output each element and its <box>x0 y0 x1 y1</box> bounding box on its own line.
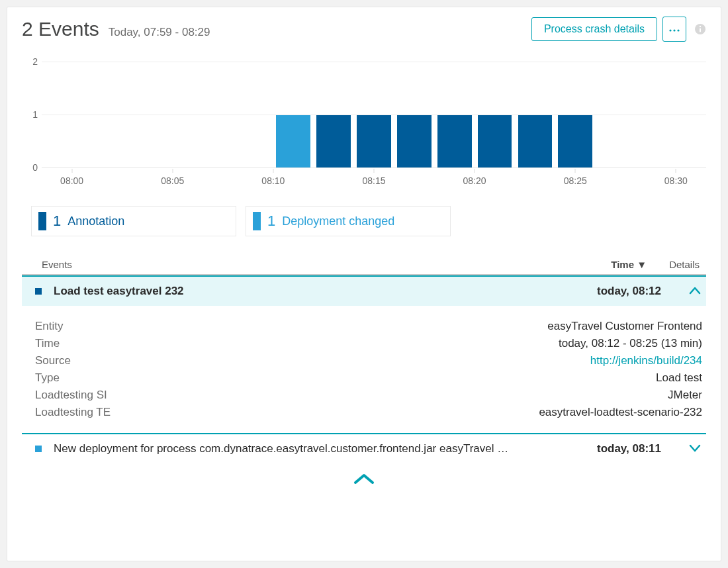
event-name: Load test easytravel 232 <box>54 285 555 298</box>
legend-label: Annotation <box>68 214 124 228</box>
event-row[interactable]: New deployment for process com.dynatrace… <box>22 434 706 463</box>
x-tick-label: 08:25 <box>564 175 587 186</box>
chart-bar <box>316 115 351 167</box>
y-tick-label: 2 <box>32 56 38 67</box>
x-tick-label: 08:30 <box>664 175 688 186</box>
events-table-header: Events Time ▼ Details <box>22 256 706 275</box>
event-type-swatch <box>35 446 42 452</box>
legend-count: 1 <box>53 213 61 230</box>
svg-point-5 <box>700 26 701 27</box>
detail-value: today, 08:12 - 08:25 (13 min) <box>559 337 702 350</box>
x-tick-label: 08:05 <box>161 175 184 186</box>
legend-item[interactable]: 1Deployment changed <box>246 206 451 236</box>
chevron-up-icon[interactable] <box>661 285 701 298</box>
svg-point-1 <box>673 29 675 31</box>
svg-point-0 <box>669 29 671 31</box>
chart-bar <box>437 115 472 167</box>
chart-bar <box>478 115 512 167</box>
more-actions-button[interactable] <box>662 17 686 42</box>
dots-icon <box>668 23 680 35</box>
legend-swatch <box>38 212 46 230</box>
detail-value: easytravel-loadtest-scenario-232 <box>539 406 702 419</box>
event-type-swatch <box>35 288 42 295</box>
x-tick-label: 08:15 <box>362 175 385 186</box>
detail-value: Load test <box>656 371 702 385</box>
column-details: Details <box>647 259 702 270</box>
info-icon <box>694 23 706 35</box>
chart-bar <box>357 115 391 167</box>
process-crash-details-button[interactable]: Process crash details <box>531 17 657 41</box>
detail-link[interactable]: http://jenkins/build/234 <box>590 354 702 367</box>
event-name: New deployment for process com.dynatrace… <box>54 442 555 455</box>
events-chart: 012 08:0008:0508:1008:1508:2008:2508:30 <box>22 60 706 199</box>
detail-value: easyTravel Customer Frontend <box>547 320 702 333</box>
svg-rect-4 <box>700 28 701 32</box>
x-tick-label: 08:00 <box>60 175 83 186</box>
chart-bar <box>397 115 432 167</box>
page-title: 2 Events <box>22 18 99 40</box>
chart-bar <box>276 115 310 167</box>
chart-bar <box>518 115 553 167</box>
detail-key: Type <box>35 371 60 385</box>
detail-value: JMeter <box>668 389 702 402</box>
event-details: EntityeasyTravel Customer FrontendTimeto… <box>22 306 706 434</box>
column-time-sort[interactable]: Time ▼ <box>541 259 647 270</box>
y-tick-label: 1 <box>32 109 38 120</box>
detail-key: Entity <box>35 320 64 333</box>
event-time: today, 08:11 <box>555 442 661 455</box>
detail-key: Source <box>35 354 71 367</box>
x-tick-label: 08:20 <box>463 175 486 186</box>
detail-key: Loadtesting TE <box>35 406 111 419</box>
y-tick-label: 0 <box>32 162 38 173</box>
detail-key: Loadtesting SI <box>35 389 107 402</box>
legend-count: 1 <box>267 213 275 230</box>
svg-point-2 <box>677 29 679 31</box>
time-range: Today, 07:59 - 08:29 <box>109 26 210 39</box>
chart-bar <box>558 115 592 167</box>
legend-swatch <box>253 212 261 230</box>
legend-label: Deployment changed <box>282 214 394 228</box>
collapse-panel-button[interactable] <box>353 473 375 486</box>
event-row[interactable]: Load test easytravel 232today, 08:12 <box>22 275 706 306</box>
legend-item[interactable]: 1Annotation <box>31 206 236 236</box>
event-time: today, 08:12 <box>555 285 661 298</box>
chevron-down-icon[interactable] <box>661 442 701 455</box>
column-events: Events <box>42 259 541 270</box>
detail-key: Time <box>35 337 60 350</box>
x-tick-label: 08:10 <box>261 175 285 186</box>
